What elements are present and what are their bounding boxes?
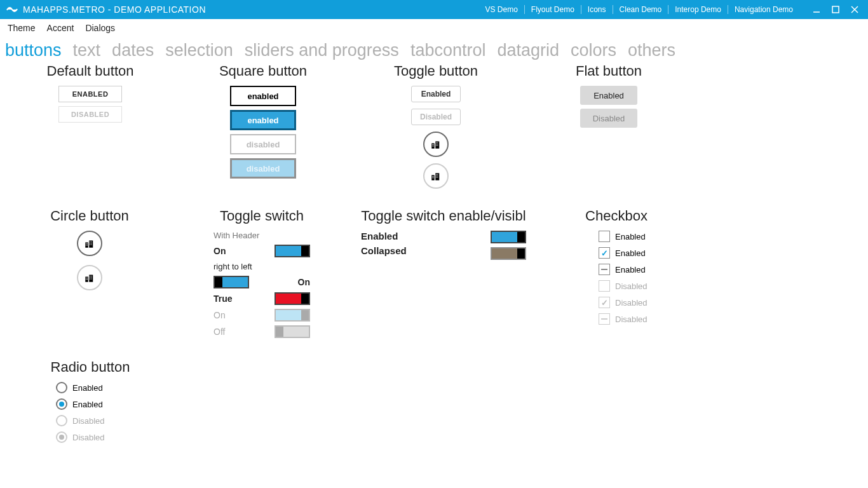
menu-accent[interactable]: Accent xyxy=(47,23,74,33)
tsv-switch-enabled[interactable] xyxy=(491,231,526,243)
flat-button-disabled: Disabled xyxy=(580,109,637,128)
svg-rect-39 xyxy=(91,245,92,245)
svg-rect-26 xyxy=(436,177,437,178)
section-title: Circle button xyxy=(4,208,175,224)
city-icon xyxy=(430,170,442,182)
default-button-enabled[interactable]: ENABLED xyxy=(58,86,122,102)
section-toggle-button: Toggle button Enabled Disabled xyxy=(349,63,522,189)
svg-rect-38 xyxy=(90,245,90,245)
tab-buttons[interactable]: buttons xyxy=(5,41,62,60)
menu-theme[interactable]: Theme xyxy=(8,23,36,33)
svg-rect-10 xyxy=(436,142,437,143)
svg-rect-40 xyxy=(85,277,88,282)
section-toggle-switch: Toggle switch With Header On right to le… xyxy=(175,208,348,340)
svg-rect-15 xyxy=(437,146,438,146)
toggle-switch-label: On xyxy=(214,310,226,320)
section-flat-button: Flat button Enabled Disabled xyxy=(522,63,695,189)
square-button-enabled-accent[interactable]: enabled xyxy=(230,110,296,130)
radio-enabled-checked[interactable]: Enabled xyxy=(56,398,103,410)
titlebar: MAHAPPS.METRO - DEMO APPLICATION VS Demo… xyxy=(0,0,868,19)
checkbox-enabled-checked[interactable]: ✓Enabled xyxy=(599,247,646,259)
toggle-switch-label: On xyxy=(298,277,310,287)
svg-rect-18 xyxy=(432,176,433,177)
window-title: MAHAPPS.METRO - DEMO APPLICATION xyxy=(23,4,206,15)
section-radio-button: Radio button Enabled Enabled Disabled Di… xyxy=(4,359,177,443)
toggle-button-enabled[interactable]: Enabled xyxy=(411,86,461,102)
svg-rect-12 xyxy=(436,144,437,144)
tab-selection[interactable]: selection xyxy=(165,41,233,60)
radio-enabled-unchecked[interactable]: Enabled xyxy=(56,382,103,393)
menu-dialogs[interactable]: Dialogs xyxy=(85,23,115,33)
svg-rect-37 xyxy=(91,243,92,243)
tab-text[interactable]: text xyxy=(73,41,101,60)
toggle-circle-button-enabled[interactable] xyxy=(423,132,449,157)
section-title: Toggle switch enable/visibl xyxy=(348,208,539,224)
svg-rect-20 xyxy=(432,177,433,178)
toggle-switch-rtl[interactable] xyxy=(214,276,249,288)
city-icon xyxy=(430,139,442,150)
svg-rect-44 xyxy=(86,279,86,280)
svg-rect-11 xyxy=(437,142,438,143)
titlebar-link-clean-demo[interactable]: Clean Demo xyxy=(613,5,669,14)
svg-rect-34 xyxy=(90,241,90,242)
svg-rect-16 xyxy=(431,175,435,180)
svg-rect-51 xyxy=(91,279,92,280)
tab-sliders-and-progress[interactable]: sliders and progress xyxy=(245,41,399,60)
svg-rect-28 xyxy=(85,243,88,248)
tsv-enabled-label: Enabled xyxy=(361,231,407,241)
titlebar-link-icons[interactable]: Icons xyxy=(581,5,613,14)
flat-button-enabled[interactable]: Enabled xyxy=(580,86,637,105)
maximize-button[interactable] xyxy=(826,0,845,19)
square-button-disabled-accent: disabled xyxy=(230,158,296,179)
checkbox-disabled-checked: ✓Disabled xyxy=(599,297,648,308)
section-checkbox: Checkbox Enabled ✓Enabled Enabled Disabl… xyxy=(539,208,694,340)
svg-rect-48 xyxy=(90,277,90,278)
svg-rect-1 xyxy=(832,6,839,13)
minimize-button[interactable] xyxy=(807,0,826,19)
tab-tabcontrol[interactable]: tabcontrol xyxy=(410,41,486,60)
tab-others[interactable]: others xyxy=(628,41,675,60)
svg-rect-35 xyxy=(91,241,92,242)
square-button-enabled[interactable]: enabled xyxy=(230,86,296,106)
default-button-disabled: DISABLED xyxy=(58,106,122,123)
tab-dates[interactable]: dates xyxy=(112,41,154,60)
svg-rect-8 xyxy=(432,146,433,146)
svg-rect-47 xyxy=(91,276,92,276)
titlebar-link-vs-demo[interactable]: VS Demo xyxy=(478,5,524,14)
tsv-switch-collapsed[interactable] xyxy=(491,247,526,260)
titlebar-link-flyout-demo[interactable]: Flyout Demo xyxy=(525,5,581,14)
toggle-switch-on[interactable] xyxy=(275,245,310,257)
svg-rect-31 xyxy=(87,243,88,244)
circle-button-enabled[interactable] xyxy=(77,231,102,256)
svg-rect-30 xyxy=(86,243,86,244)
section-square-button: Square button enabled enabled disabled d… xyxy=(177,63,349,189)
section-default-button: Default button ENABLED DISABLED xyxy=(4,63,177,189)
section-title: Flat button xyxy=(522,63,695,79)
svg-rect-42 xyxy=(86,278,86,278)
svg-rect-21 xyxy=(433,177,434,178)
section-title: Radio button xyxy=(4,359,177,376)
svg-rect-22 xyxy=(436,174,437,175)
tab-datagrid[interactable]: datagrid xyxy=(497,41,559,60)
titlebar-link-navigation-demo[interactable]: Navigation Demo xyxy=(728,5,799,14)
checkbox-enabled-indeterminate[interactable]: Enabled xyxy=(599,264,646,275)
svg-rect-32 xyxy=(86,245,86,245)
tab-colors[interactable]: colors xyxy=(571,41,616,60)
toggle-switch-off-disabled xyxy=(275,325,310,338)
section-title: Toggle button xyxy=(349,63,522,79)
svg-rect-33 xyxy=(87,245,88,245)
square-button-disabled: disabled xyxy=(230,134,296,154)
close-button[interactable] xyxy=(845,0,864,19)
titlebar-links: VS Demo Flyout Demo Icons Clean Demo Int… xyxy=(478,5,799,14)
svg-rect-13 xyxy=(437,144,438,144)
checkbox-enabled-unchecked[interactable]: Enabled xyxy=(599,231,646,242)
tsv-collapsed-label: Collapsed xyxy=(361,245,407,256)
section-toggle-switch-ev: Toggle switch enable/visibl Enabled Coll… xyxy=(348,208,539,340)
section-title: Toggle switch xyxy=(175,208,348,224)
toggle-switch-rtl-header: right to left xyxy=(214,262,310,271)
titlebar-link-interop-demo[interactable]: Interop Demo xyxy=(668,5,728,14)
svg-rect-50 xyxy=(90,279,90,280)
svg-rect-23 xyxy=(437,174,438,175)
svg-rect-19 xyxy=(433,176,434,177)
toggle-switch-true[interactable] xyxy=(275,292,310,305)
